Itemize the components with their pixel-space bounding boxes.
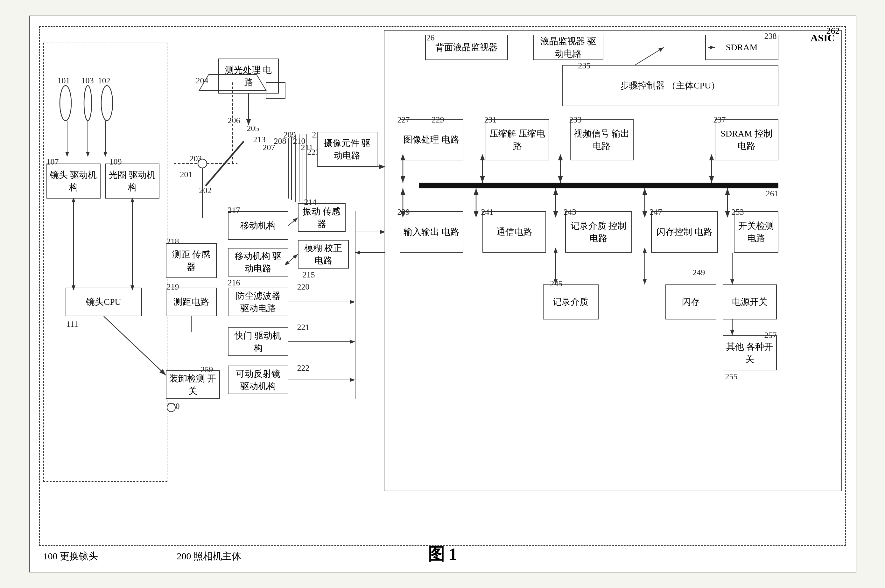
flash-ctrl-box: 闪存控制 电路 bbox=[651, 211, 718, 253]
num-259: 259 bbox=[201, 365, 213, 375]
num-227: 227 bbox=[398, 115, 410, 125]
vib-sensor-box: 振动 传感器 bbox=[298, 203, 346, 232]
num-220: 220 bbox=[297, 282, 310, 292]
svg-rect-12 bbox=[266, 82, 285, 98]
camera-section-label: 200 照相机主体 bbox=[177, 550, 242, 563]
num-239: 239 bbox=[398, 207, 410, 217]
detach-switch-box: 装卸检测 开关 bbox=[166, 370, 220, 399]
video-out-box: 视频信号 输出电路 bbox=[570, 119, 634, 160]
num-26: 26 bbox=[426, 33, 435, 43]
flash-mem-box: 闪存 bbox=[665, 285, 716, 320]
num-231: 231 bbox=[484, 115, 497, 125]
lens-group-103 bbox=[81, 84, 94, 123]
lens-group-102 bbox=[98, 84, 117, 123]
num-221: 221 bbox=[297, 322, 310, 332]
aperture-drive-arrows bbox=[126, 198, 139, 291]
num-219: 219 bbox=[167, 282, 179, 292]
num-233: 233 bbox=[569, 115, 582, 125]
num-214: 214 bbox=[304, 198, 316, 207]
image-sensor-drive-box: 摄像元件 驱动电路 bbox=[317, 132, 377, 167]
num-241: 241 bbox=[481, 207, 494, 217]
mirror-drive-box: 可动反射镜 驱动机构 bbox=[228, 366, 288, 394]
lcd-back-box: 背面液晶监视器 bbox=[425, 34, 508, 60]
svg-point-0 bbox=[60, 86, 71, 121]
figure-title: 图 1 bbox=[428, 543, 457, 566]
num-249-label: 249 bbox=[693, 268, 705, 278]
svg-point-1 bbox=[84, 86, 92, 121]
diagram-area: 101 103 102 镜头 驱动机构 107 光圈 驱动机构 109 镜头CP… bbox=[39, 26, 846, 546]
num-257: 257 bbox=[764, 331, 777, 340]
record-ctrl-box: 记录介质 控制电路 bbox=[565, 211, 632, 253]
num-229: 229 bbox=[432, 115, 444, 125]
num-237: 237 bbox=[714, 115, 726, 125]
lens-cpu-box: 镜头CPU bbox=[66, 288, 142, 316]
num-245: 245 bbox=[550, 279, 562, 289]
num-222: 222 bbox=[297, 363, 310, 373]
move-drive-box: 移动机构 驱动电路 bbox=[228, 248, 288, 276]
lens-section-label: 100 更换镜头 bbox=[43, 550, 98, 563]
num-103: 103 bbox=[81, 76, 94, 86]
num-102: 102 bbox=[98, 76, 110, 86]
lens-drive-arrows bbox=[67, 198, 80, 291]
aperture-drive-box: 光圈 驱动机构 bbox=[105, 164, 159, 198]
num-247: 247 bbox=[650, 207, 662, 217]
power-switch-box: 电源开关 bbox=[723, 285, 777, 320]
lcd-driver-box: 液晶监视器 驱动电路 bbox=[533, 34, 603, 60]
bus-line bbox=[419, 183, 778, 188]
num-235: 235 bbox=[578, 61, 591, 70]
num-255: 255 bbox=[725, 372, 738, 381]
page: 101 103 102 镜头 驱动机构 107 光圈 驱动机构 109 镜头CP… bbox=[29, 16, 856, 572]
num-101: 101 bbox=[58, 76, 70, 86]
num-262: 262 bbox=[826, 26, 840, 36]
svg-point-2 bbox=[101, 86, 112, 121]
dust-filter-box: 防尘滤波器 驱动电路 bbox=[228, 288, 288, 316]
other-switches-box: 其他 各种开关 bbox=[723, 335, 777, 370]
record-media-box: 记录介质 bbox=[543, 285, 598, 320]
svg-point-19 bbox=[198, 159, 207, 168]
num-243: 243 bbox=[564, 207, 576, 217]
num-lens-cpu: 111 bbox=[66, 320, 78, 329]
lens-drive-box: 镜头 驱动机构 bbox=[46, 164, 100, 198]
sdram-ctrl-box: SDRAM 控制电路 bbox=[715, 119, 778, 160]
step-ctrl-box: 步骤控制器 （主体CPU） bbox=[562, 65, 778, 106]
num-215: 215 bbox=[303, 270, 315, 280]
num-218: 218 bbox=[167, 237, 179, 246]
num-238: 238 bbox=[764, 32, 777, 41]
blur-correct-box: 模糊 校正电路 bbox=[298, 240, 349, 268]
connection-300 bbox=[167, 403, 176, 412]
range-circuit-box: 测距电路 bbox=[166, 288, 217, 316]
shutter-drive-box: 快门 驱动机构 bbox=[228, 327, 288, 356]
num-216: 216 bbox=[228, 278, 240, 288]
lens-group-101 bbox=[56, 84, 75, 123]
num-217: 217 bbox=[228, 206, 240, 215]
range-sensor-box: 测距 传感器 bbox=[166, 243, 217, 278]
image-proc-box: 图像处理 电路 bbox=[400, 119, 464, 160]
io-circuit-box: 输入输出 电路 bbox=[400, 211, 464, 253]
move-mech-box: 移动机构 bbox=[228, 211, 288, 240]
num-lens-drive: 107 bbox=[46, 157, 59, 167]
num-aperture-drive: 109 bbox=[110, 157, 122, 167]
comm-circuit-box: 通信电路 bbox=[483, 211, 546, 253]
num-261: 261 bbox=[766, 189, 778, 198]
switch-detect-box: 开关检测 电路 bbox=[734, 211, 778, 253]
lens-arrows bbox=[58, 121, 121, 159]
num-253: 253 bbox=[732, 207, 744, 217]
compress-box: 压缩解 压缩电路 bbox=[486, 119, 549, 160]
